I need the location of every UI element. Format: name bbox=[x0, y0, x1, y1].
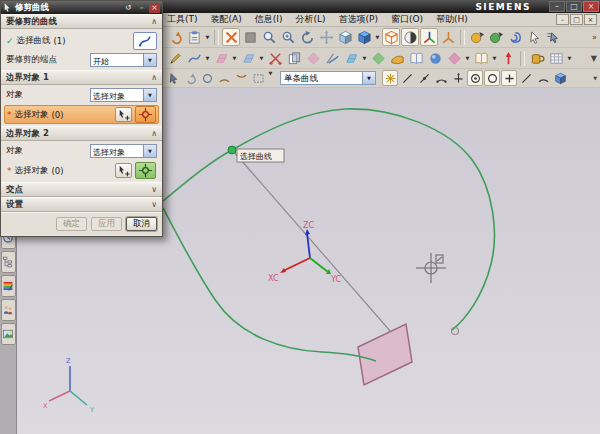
scenes-tab-button[interactable] bbox=[1, 323, 16, 345]
selection-filter-icon[interactable] bbox=[544, 28, 562, 46]
boundary2-object-dropdown[interactable]: 选择对象 ▼ bbox=[90, 144, 157, 158]
dropdown-arrow-icon[interactable]: ▼ bbox=[143, 145, 156, 157]
swept-icon[interactable] bbox=[388, 49, 406, 67]
boundary1-object-dropdown[interactable]: 选择对象 ▼ bbox=[90, 88, 157, 102]
fit-view-icon[interactable] bbox=[222, 28, 240, 46]
dropdown-arrow[interactable]: ▼ bbox=[464, 55, 471, 61]
curve-rule-dropdown-arrow[interactable]: ▼ bbox=[363, 71, 376, 85]
people-tab-button[interactable] bbox=[1, 299, 16, 321]
expand-chevron[interactable]: ∨ bbox=[151, 185, 157, 194]
boundary1-select-object-row[interactable]: * 选择对象 (0) bbox=[4, 105, 159, 124]
ok-button[interactable]: 确定 bbox=[56, 217, 87, 231]
wireframe-view-icon[interactable] bbox=[382, 28, 400, 46]
zoom-region-icon[interactable] bbox=[241, 28, 259, 46]
wcs-dynamics-icon[interactable] bbox=[439, 28, 457, 46]
undo-icon[interactable] bbox=[166, 28, 184, 46]
curve-icon[interactable] bbox=[185, 49, 203, 67]
section-boundary1-header[interactable]: 边界对象 1 ∧ bbox=[1, 70, 162, 85]
end-point-snap-icon[interactable] bbox=[399, 70, 415, 86]
dialog-close-button[interactable]: × bbox=[149, 3, 160, 13]
datum-axis-icon[interactable] bbox=[499, 49, 517, 67]
studio-surface-icon[interactable] bbox=[239, 49, 257, 67]
pan-view-icon[interactable] bbox=[317, 28, 335, 46]
render-style-icon[interactable] bbox=[401, 28, 419, 46]
target-curve[interactable] bbox=[163, 109, 494, 361]
chamfer-curve-icon[interactable] bbox=[233, 70, 249, 86]
dropdown-arrow[interactable]: ▼ bbox=[258, 55, 265, 61]
dropdown-arrow[interactable]: ▼ bbox=[204, 55, 211, 61]
point-on-curve-snap-icon[interactable] bbox=[518, 70, 534, 86]
trim-curve-icon[interactable] bbox=[266, 49, 284, 67]
dialog-reset-button[interactable]: ↺ bbox=[123, 3, 134, 13]
point-dialog-button[interactable] bbox=[115, 163, 132, 178]
curve-rule-value[interactable]: 单条曲线 bbox=[280, 71, 363, 85]
select-curve-button[interactable] bbox=[133, 32, 157, 50]
project-curve-icon[interactable] bbox=[304, 49, 322, 67]
mdi-close-button[interactable]: × bbox=[584, 14, 597, 25]
roles-tab-button[interactable] bbox=[1, 275, 16, 297]
surface-book-icon[interactable] bbox=[472, 49, 490, 67]
dropdown-arrow[interactable]: ▼ bbox=[566, 55, 573, 61]
boundary2-selection-crosshair-button[interactable] bbox=[135, 162, 156, 179]
dropdown-arrow[interactable]: ▼ bbox=[231, 55, 238, 61]
studio-spline-icon[interactable] bbox=[212, 49, 230, 67]
toolbar-overflow-chevron[interactable]: » bbox=[592, 33, 597, 42]
dropdown-arrow-icon[interactable]: ▼ bbox=[143, 54, 156, 66]
section-settings-header[interactable]: 设置 ∨ bbox=[1, 197, 162, 212]
mdi-restore-button[interactable]: □ bbox=[570, 14, 583, 25]
through-curves-icon[interactable] bbox=[342, 49, 360, 67]
divide-curve-icon[interactable] bbox=[285, 49, 303, 67]
collapse-chevron[interactable]: ∧ bbox=[151, 17, 157, 26]
ruled-surface-icon[interactable] bbox=[369, 49, 387, 67]
intersection-curve-icon[interactable] bbox=[323, 49, 341, 67]
curve-mesh-icon[interactable] bbox=[407, 49, 425, 67]
window-minimize-button[interactable]: – bbox=[549, 1, 565, 12]
menu-window[interactable]: 窗口(O) bbox=[391, 13, 423, 26]
end-to-trim-dropdown[interactable]: 开始 ▼ bbox=[90, 53, 157, 67]
solid-body-snap-icon[interactable] bbox=[552, 70, 568, 86]
zoom-window-icon[interactable] bbox=[260, 28, 278, 46]
shaded-view-icon[interactable] bbox=[355, 28, 373, 46]
existing-point-snap-icon[interactable] bbox=[501, 70, 517, 86]
dropdown-arrow-icon[interactable]: ▼ bbox=[143, 89, 156, 101]
fillet-curve-icon[interactable] bbox=[216, 70, 232, 86]
control-point-snap-icon[interactable] bbox=[433, 70, 449, 86]
section-curve-to-trim-header[interactable]: 要修剪的曲线 ∧ bbox=[1, 14, 162, 29]
dialog-minimize-button[interactable]: – bbox=[136, 3, 147, 13]
dropdown-arrow[interactable]: ▼ bbox=[361, 55, 368, 61]
dropdown-arrow[interactable]: ▼ bbox=[374, 34, 381, 40]
snap-point-toggle-icon[interactable] bbox=[382, 70, 398, 86]
menu-assemblies[interactable]: 装配(A) bbox=[211, 13, 242, 26]
intersection-snap-icon[interactable] bbox=[450, 70, 466, 86]
visual-style-icon[interactable] bbox=[528, 49, 546, 67]
rollback-icon[interactable] bbox=[182, 70, 198, 86]
menu-analysis[interactable]: 分析(L) bbox=[295, 13, 325, 26]
command-history-icon[interactable] bbox=[185, 28, 203, 46]
immediate-hide-icon[interactable] bbox=[487, 28, 505, 46]
window-maximize-button[interactable]: □ bbox=[566, 1, 582, 12]
bounded-plane-icon[interactable] bbox=[445, 49, 463, 67]
mid-point-snap-icon[interactable] bbox=[416, 70, 432, 86]
arc-center-snap-icon[interactable] bbox=[467, 70, 483, 86]
quadrant-point-snap-icon[interactable] bbox=[484, 70, 500, 86]
boundary-line[interactable] bbox=[234, 152, 391, 332]
ellipse-icon[interactable] bbox=[199, 70, 215, 86]
point-dialog-button[interactable] bbox=[115, 107, 132, 122]
datum-plane[interactable] bbox=[358, 324, 412, 385]
derived-lines-icon[interactable] bbox=[165, 70, 181, 86]
menu-preferences[interactable]: 首选项(P) bbox=[338, 13, 377, 26]
mdi-minimize-button[interactable]: – bbox=[556, 14, 569, 25]
part-navigator-tab-button[interactable] bbox=[1, 251, 16, 273]
true-shading-icon[interactable] bbox=[336, 28, 354, 46]
select-cursor-icon[interactable] bbox=[525, 28, 543, 46]
dropdown-arrow[interactable]: ▼ bbox=[491, 55, 498, 61]
menu-tools[interactable]: 工具(T) bbox=[167, 13, 198, 26]
n-sided-surface-icon[interactable] bbox=[426, 49, 444, 67]
toolbar-overflow-chevron[interactable]: ▼ bbox=[591, 54, 597, 63]
show-hide-icon[interactable] bbox=[468, 28, 486, 46]
point-on-surface-snap-icon[interactable] bbox=[535, 70, 551, 86]
boundary2-select-object-row[interactable]: * 选择对象 (0) bbox=[4, 161, 159, 180]
rectangle-icon[interactable] bbox=[250, 70, 266, 86]
apply-button[interactable]: 应用 bbox=[91, 217, 122, 231]
orient-view-icon[interactable] bbox=[420, 28, 438, 46]
